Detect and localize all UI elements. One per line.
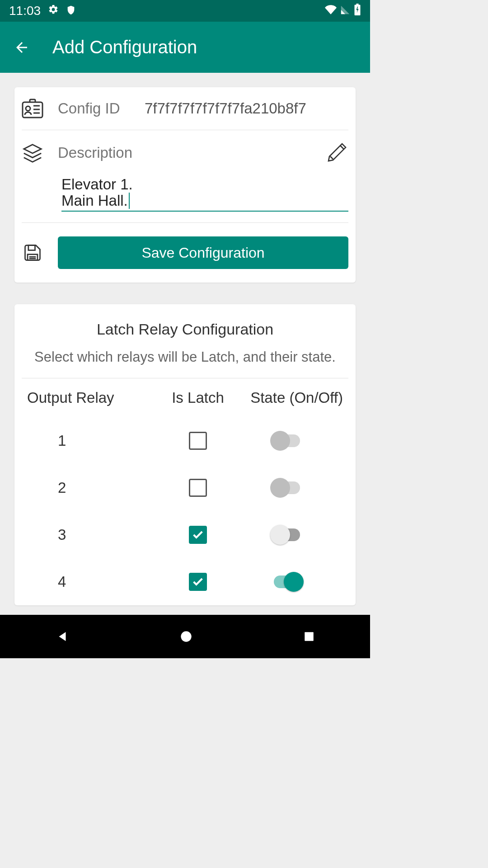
table-row: 1 <box>22 417 348 464</box>
id-badge-icon <box>22 98 43 119</box>
svg-rect-12 <box>305 632 314 641</box>
gear-icon <box>48 4 59 18</box>
nav-back-button[interactable] <box>56 630 69 643</box>
battery-icon <box>354 4 361 19</box>
config-card: Config ID 7f7f7f7f7f7f7f7fa210b8f7 Descr… <box>14 87 356 283</box>
svg-point-1 <box>26 106 30 111</box>
nav-bar <box>0 615 370 658</box>
state-toggle <box>274 434 300 447</box>
save-icon <box>22 243 43 263</box>
state-toggle[interactable] <box>274 528 300 541</box>
latch-table-header: Output Relay Is Latch State (On/Off) <box>22 378 348 417</box>
description-input[interactable]: Elevator 1. Main Hall. <box>61 176 133 209</box>
latch-title: Latch Relay Configuration <box>22 304 348 349</box>
description-row: Description Elevator 1. Main Hall. <box>22 130 348 223</box>
app-bar: Add Configuration <box>0 22 370 73</box>
layers-icon <box>22 141 43 164</box>
signal-icon <box>340 4 350 18</box>
nav-recent-button[interactable] <box>303 631 315 642</box>
latch-card: Latch Relay Configuration Select which r… <box>14 304 356 605</box>
text-cursor <box>129 193 130 209</box>
status-bar: 11:03 <box>0 0 370 22</box>
state-toggle[interactable] <box>274 576 300 588</box>
relay-number: 4 <box>22 573 153 590</box>
save-row: Save Configuration <box>22 223 348 283</box>
is-latch-checkbox[interactable] <box>189 573 207 591</box>
page-title: Add Configuration <box>52 37 197 57</box>
svg-point-11 <box>181 631 191 642</box>
pencil-icon[interactable] <box>327 141 348 165</box>
state-toggle <box>274 481 300 494</box>
table-row: 2 <box>22 464 348 511</box>
svg-rect-7 <box>28 245 35 250</box>
table-row: 3 <box>22 511 348 558</box>
table-row: 4 <box>22 558 348 605</box>
is-latch-checkbox[interactable] <box>189 526 207 544</box>
relay-number: 2 <box>22 479 153 496</box>
svg-line-5 <box>340 146 344 149</box>
is-latch-checkbox[interactable] <box>189 432 207 450</box>
shield-icon <box>66 4 76 18</box>
description-input-wrap[interactable]: Elevator 1. Main Hall. <box>61 176 348 212</box>
status-time: 11:03 <box>9 4 41 18</box>
back-button[interactable] <box>14 39 30 56</box>
config-id-value: 7f7f7f7f7f7f7f7fa210b8f7 <box>145 100 306 117</box>
nav-home-button[interactable] <box>180 630 192 643</box>
relay-number: 3 <box>22 526 153 543</box>
latch-subtitle: Select which relays will be Latch, and t… <box>22 349 348 378</box>
content-area: Config ID 7f7f7f7f7f7f7f7fa210b8f7 Descr… <box>0 73 370 615</box>
col-is-latch: Is Latch <box>153 389 243 406</box>
svg-line-6 <box>330 156 333 159</box>
save-button[interactable]: Save Configuration <box>58 236 348 269</box>
description-label: Description <box>58 144 327 161</box>
col-state: State (On/Off) <box>243 389 348 406</box>
relay-number: 1 <box>22 432 153 449</box>
col-output-relay: Output Relay <box>22 389 153 406</box>
config-id-label: Config ID <box>58 100 130 117</box>
config-id-row: Config ID 7f7f7f7f7f7f7f7fa210b8f7 <box>22 87 348 130</box>
is-latch-checkbox[interactable] <box>189 479 207 497</box>
wifi-icon <box>325 4 337 19</box>
